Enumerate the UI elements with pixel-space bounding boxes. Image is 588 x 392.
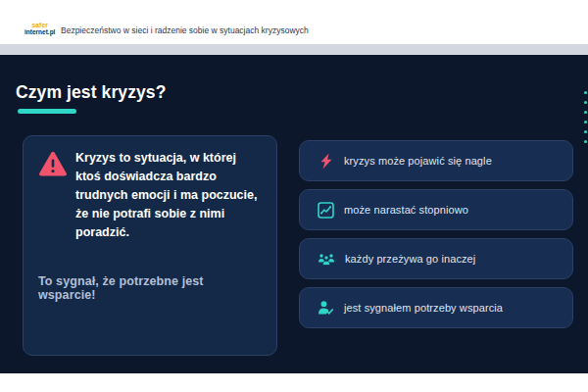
definition-footnote: To sygnał, że potrzebne jest wsparcie! — [38, 274, 262, 302]
fact-card-sudden: kryzys może pojawić się nagle — [299, 140, 573, 181]
fact-label: każdy przeżywa go inaczej — [345, 253, 475, 265]
footer-whitespace — [0, 373, 588, 392]
dot-grid-decoration — [584, 91, 587, 143]
slide-canvas: Czym jest kryzys? Kryzys to sytuacja, w … — [0, 55, 588, 373]
fact-label: może narastać stopniowo — [344, 204, 468, 216]
course-title: Bezpieczeństwo w sieci i radzenie sobie … — [61, 25, 309, 35]
people-group-icon — [318, 251, 335, 268]
saferinternet-logo[interactable]: safer internet.pl — [24, 22, 55, 36]
logo-line1: safer — [31, 22, 48, 28]
fact-card-gradual: może narastać stopniowo — [299, 189, 573, 230]
person-check-icon — [318, 300, 334, 317]
fact-card-individual: każdy przeżywa go inaczej — [299, 238, 573, 279]
definition-card-body: Kryzys to sytuacja, w której ktoś doświa… — [38, 149, 262, 242]
fact-card-support-signal: jest sygnałem potrzeby wsparcia — [299, 287, 573, 328]
course-player: safer internet.pl Bezpieczeństwo w sieci… — [0, 0, 588, 392]
warning-triangle-icon — [38, 149, 68, 242]
header-divider — [0, 44, 588, 55]
header-bar: safer internet.pl Bezpieczeństwo w sieci… — [0, 0, 588, 44]
definition-text: Kryzys to sytuacja, w której ktoś doświa… — [75, 149, 262, 242]
chart-line-icon — [318, 202, 334, 219]
title-underline — [18, 109, 76, 114]
fact-label: kryzys może pojawić się nagle — [344, 155, 492, 167]
logo-line2: internet.pl — [24, 28, 55, 35]
definition-card: Kryzys to sytuacja, w której ktoś doświa… — [23, 135, 277, 356]
lightning-icon — [318, 153, 334, 170]
slide-title: Czym jest kryzys? — [16, 82, 166, 103]
fact-label: jest sygnałem potrzeby wsparcia — [344, 302, 503, 314]
